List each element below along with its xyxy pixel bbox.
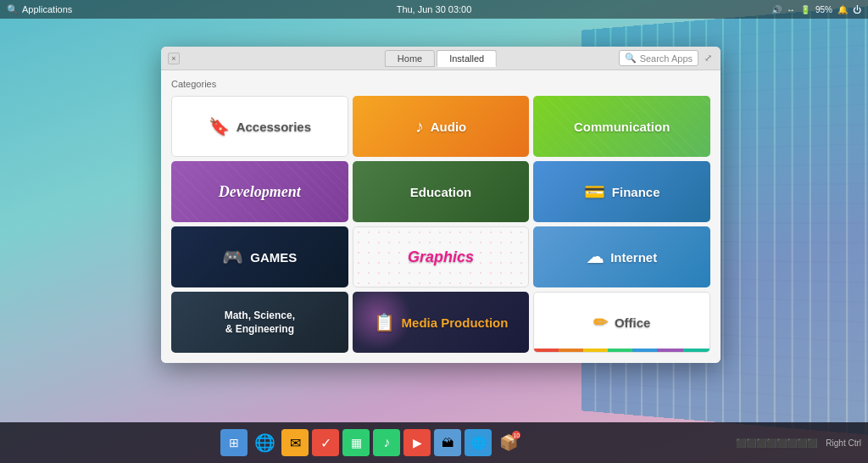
tile-graphics[interactable]: Graphics [353, 226, 530, 287]
categories-grid: 🔖 Accessories ♪ Audio Communication [171, 96, 710, 353]
tile-media-label: 📋 Media Production [374, 312, 509, 332]
battery-icon: 🔋 [800, 5, 810, 14]
tile-development-label: Development [219, 183, 301, 201]
search-icon: 🔍 [625, 53, 637, 64]
taskbar-window-manager[interactable]: ⊞ [220, 429, 248, 456]
notification-icon: 🔔 [837, 5, 848, 14]
applications-menu[interactable]: Applications [22, 4, 72, 14]
taskbar-mail[interactable]: ✉ [281, 429, 309, 456]
right-ctrl-label: Right Ctrl [826, 438, 861, 448]
office-color-bar [534, 349, 709, 352]
search-icon: 🔍 [7, 4, 19, 15]
tile-internet-label: ☁ Internet [587, 247, 657, 267]
tile-finance[interactable]: 💳 Finance [533, 161, 710, 222]
internet-icon: ☁ [587, 247, 604, 267]
tile-audio[interactable]: ♪ Audio [353, 96, 530, 157]
search-box: 🔍 Search Apps [619, 50, 698, 66]
tile-media[interactable]: 📋 Media Production [353, 292, 530, 353]
accessories-icon: 🔖 [209, 116, 230, 137]
taskbar-photos[interactable]: 🏔 [434, 429, 461, 456]
taskbar-right: ⬛⬛⬛⬛⬛⬛⬛⬛ Right Ctrl [736, 438, 861, 448]
taskbar-spreadsheet[interactable]: ▦ [342, 429, 370, 456]
battery-percent: 95% [815, 5, 832, 14]
volume-icon: 🔊 [771, 5, 782, 14]
tile-audio-label: ♪ Audio [415, 117, 467, 137]
tray-icons: ⬛⬛⬛⬛⬛⬛⬛⬛ [736, 438, 817, 448]
tile-finance-label: 💳 Finance [584, 181, 660, 202]
media-icon: 📋 [374, 312, 395, 332]
tile-accessories[interactable]: 🔖 Accessories [171, 96, 348, 157]
network-icon: ↔ [787, 5, 795, 14]
taskbar-apps: ⊞ 🌐 ✉ ✓ ▦ ♪ ▶ 🏔 🌐 📦 10 [220, 429, 522, 456]
tile-communication[interactable]: Communication [533, 96, 710, 157]
taskbar-browser[interactable]: 🌐 [251, 429, 278, 456]
power-icon: ⏻ [853, 5, 861, 14]
tile-office-label: ✏ Office [593, 312, 651, 332]
search-placeholder[interactable]: Search Apps [640, 53, 693, 64]
app-store-window: × Home Installed 🔍 Search Apps ⤢ Categor… [161, 47, 721, 363]
bottom-taskbar: ⊞ 🌐 ✉ ✓ ▦ ♪ ▶ 🏔 🌐 📦 10 ⬛⬛⬛⬛⬛⬛⬛⬛ Right Ct… [0, 422, 868, 463]
categories-heading: Categories [171, 79, 710, 89]
top-taskbar: 🔍 Applications Thu, Jun 30 03:00 🔊 ↔ 🔋 9… [0, 0, 868, 19]
window-close-button[interactable]: × [168, 53, 180, 64]
tile-games[interactable]: 🎮 GAMES [171, 226, 348, 287]
tile-education-label: Education [410, 185, 472, 199]
window-search-area: 🔍 Search Apps ⤢ [619, 50, 714, 66]
tile-office[interactable]: ✏ Office [533, 292, 710, 353]
maximize-button[interactable]: ⤢ [702, 53, 714, 64]
taskbar-network[interactable]: 🌐 [465, 429, 492, 456]
tile-education[interactable]: Education [353, 161, 530, 222]
system-tray-icons: ⬛⬛⬛⬛⬛⬛⬛⬛ [736, 438, 817, 448]
system-tray: 🔊 ↔ 🔋 95% 🔔 ⏻ [771, 5, 861, 14]
tile-graphics-label: Graphics [408, 248, 474, 266]
tile-games-label: 🎮 GAMES [222, 247, 297, 267]
finance-icon: 💳 [584, 181, 605, 202]
taskbar-software[interactable]: 📦 10 [495, 429, 522, 456]
taskbar-tasks[interactable]: ✓ [312, 429, 339, 456]
games-icon: 🎮 [222, 247, 243, 267]
audio-icon: ♪ [415, 117, 424, 137]
datetime-display: Thu, Jun 30 03:00 [397, 4, 472, 14]
tile-development[interactable]: Development [171, 161, 348, 222]
tile-math-label: Math, Science, & Engineering [225, 310, 295, 335]
tile-accessories-label: 🔖 Accessories [209, 116, 311, 137]
taskbar-youtube[interactable]: ▶ [403, 429, 431, 456]
tile-math[interactable]: Math, Science, & Engineering [171, 292, 348, 353]
tab-installed[interactable]: Installed [437, 50, 497, 67]
taskbar-music[interactable]: ♪ [373, 429, 400, 456]
top-bar-left: 🔍 Applications [7, 4, 72, 15]
office-icon: ✏ [593, 312, 608, 332]
window-body: Categories 🔖 Accessories ♪ Audio Communi [161, 70, 721, 363]
tab-home[interactable]: Home [385, 50, 435, 67]
tile-internet[interactable]: ☁ Internet [533, 226, 710, 287]
window-titlebar: × Home Installed 🔍 Search Apps ⤢ [161, 47, 721, 70]
window-tabs: Home Installed [385, 50, 497, 67]
tile-communication-label: Communication [574, 120, 670, 134]
